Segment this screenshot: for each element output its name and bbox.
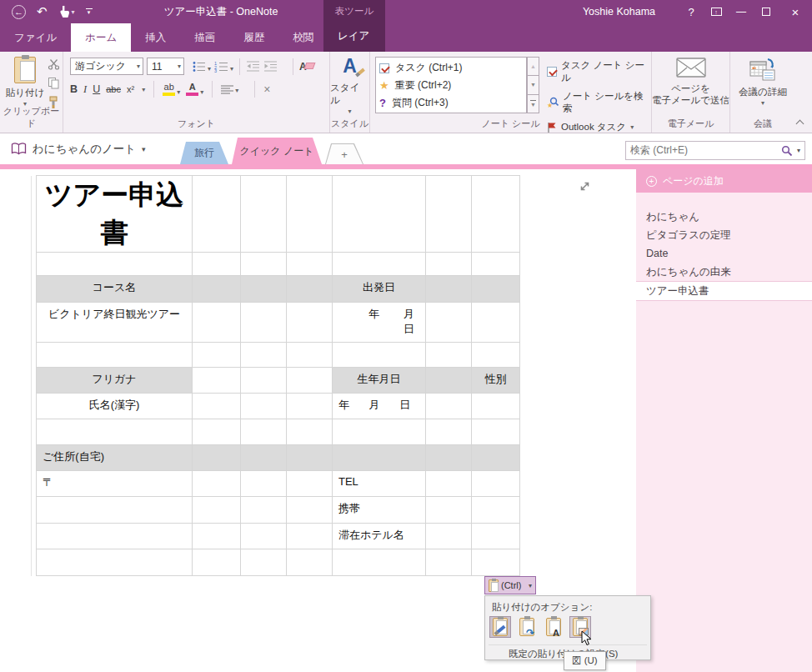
table-cell[interactable] <box>193 471 241 497</box>
tag-item[interactable]: ★重要 (Ctrl+2) <box>379 77 526 94</box>
tab-layout[interactable]: レイアウト <box>323 24 385 53</box>
table-cell[interactable] <box>287 276 333 303</box>
table-cell[interactable] <box>193 368 241 394</box>
table-cell[interactable]: 滞在ホテル名 <box>333 524 426 549</box>
tab-校閲[interactable]: 校閲 <box>278 23 328 52</box>
table-cell[interactable] <box>426 176 472 253</box>
table-cell[interactable]: ご住所(自宅) <box>37 445 193 471</box>
tag-item[interactable]: タスク (Ctrl+1) <box>379 59 526 77</box>
table-cell[interactable] <box>426 303 472 343</box>
search-icon[interactable] <box>781 145 793 157</box>
full-page-view-icon[interactable] <box>579 180 591 193</box>
table-cell[interactable] <box>287 419 333 445</box>
table-cell[interactable] <box>241 303 287 343</box>
minimize-button[interactable]: — <box>729 0 754 23</box>
table-cell[interactable] <box>241 471 287 497</box>
copy-icon[interactable] <box>48 77 60 89</box>
table-cell[interactable] <box>472 303 520 343</box>
decrease-indent-icon[interactable] <box>246 61 260 72</box>
table-cell[interactable] <box>37 524 193 549</box>
search-scope-caret-icon[interactable]: ▾ <box>797 147 800 154</box>
section-tab-quick-notes[interactable]: クイック ノート <box>232 138 322 164</box>
table-cell[interactable] <box>472 176 520 253</box>
search-input[interactable]: 検索 (Ctrl+E) ▾ <box>625 141 805 160</box>
table-cell[interactable] <box>472 445 520 471</box>
table-cell[interactable] <box>193 253 241 276</box>
font-size-select[interactable]: 11▾ <box>147 58 184 75</box>
table-cell[interactable] <box>241 445 287 471</box>
tag-button[interactable]: ★ノート シールを検索 <box>547 90 651 115</box>
ribbon-display-options-button[interactable]: ↑ <box>704 0 729 23</box>
table-cell[interactable] <box>241 549 287 576</box>
table-cell[interactable] <box>426 368 472 394</box>
table-cell[interactable] <box>241 368 287 394</box>
italic-button[interactable]: I <box>83 83 87 96</box>
page-item-わにちゃんの由来[interactable]: わにちゃんの由来 <box>636 263 812 281</box>
page-item-わにちゃん[interactable]: わにちゃん <box>636 208 812 226</box>
table-cell[interactable]: ビクトリア終日観光ツアー <box>37 303 193 343</box>
table-cell[interactable] <box>193 445 241 471</box>
customize-qat-icon[interactable]: ▾ <box>86 8 93 16</box>
paste-keep-source-formatting-button[interactable] <box>489 616 511 638</box>
gallery-down-icon[interactable]: ▼ <box>527 76 539 94</box>
table-cell[interactable] <box>287 253 333 276</box>
table-cell[interactable] <box>426 394 472 419</box>
table-cell[interactable] <box>287 549 333 576</box>
close-button[interactable]: × <box>779 0 812 23</box>
table-cell[interactable] <box>472 549 520 576</box>
table-cell[interactable] <box>287 368 333 394</box>
paragraph-alignment-button[interactable]: ▾ <box>221 85 238 94</box>
table-cell[interactable] <box>472 497 520 524</box>
table-cell[interactable] <box>333 549 426 576</box>
table-cell[interactable] <box>241 497 287 524</box>
table-cell[interactable] <box>287 176 333 253</box>
tab-挿入[interactable]: 挿入 <box>131 23 180 52</box>
table-cell[interactable]: 年月日 <box>333 303 426 343</box>
clear-formatting-icon[interactable]: A <box>299 61 307 73</box>
table-cell[interactable] <box>472 471 520 497</box>
table-cell[interactable] <box>472 394 520 419</box>
table-cell[interactable] <box>287 497 333 524</box>
table-cell[interactable] <box>37 549 193 576</box>
table-cell[interactable] <box>37 419 193 445</box>
underline-button[interactable]: U <box>93 83 100 95</box>
touch-mode-caret-icon[interactable]: ▾ <box>72 8 75 16</box>
tag-item[interactable]: ?質問 (Ctrl+3) <box>379 94 526 112</box>
table-cell[interactable] <box>333 445 426 471</box>
table-cell[interactable] <box>287 394 333 419</box>
page-item-Date[interactable]: Date <box>636 244 812 263</box>
table-cell[interactable] <box>241 419 287 445</box>
page-item-ピタゴラスの定理[interactable]: ピタゴラスの定理 <box>636 226 812 244</box>
tag-button[interactable]: タスク ノート シール <box>547 59 651 84</box>
styles-button[interactable]: A スタイル ▾ <box>330 57 369 115</box>
table-cell[interactable] <box>472 343 520 368</box>
table-cell[interactable] <box>241 524 287 549</box>
table-cell[interactable] <box>241 253 287 276</box>
table-cell[interactable] <box>37 343 193 368</box>
bullets-button[interactable]: ▾ <box>193 61 211 73</box>
table-cell[interactable]: 〒 <box>37 471 193 497</box>
highlight-button[interactable]: ab▾ <box>163 83 180 96</box>
gallery-up-icon[interactable]: ▲ <box>527 57 539 76</box>
table-cell[interactable] <box>333 419 426 445</box>
table-cell[interactable] <box>472 419 520 445</box>
table-cell[interactable] <box>37 253 193 276</box>
paste-merge-formatting-button[interactable]: ↷ <box>516 616 538 638</box>
strikethrough-button[interactable]: abc <box>106 84 121 94</box>
undo-icon[interactable]: ↶ <box>37 4 48 19</box>
signed-in-user[interactable]: Yoshie Kohama <box>583 6 655 18</box>
table-cell[interactable] <box>287 343 333 368</box>
add-page-button[interactable]: + ページの追加 <box>636 169 812 193</box>
help-button[interactable]: ? <box>679 0 704 23</box>
maximize-button[interactable] <box>754 0 779 23</box>
table-cell[interactable] <box>37 497 193 524</box>
meeting-details-button[interactable]: 会議の詳細 ▾ <box>730 57 795 107</box>
table-cell[interactable] <box>193 497 241 524</box>
font-color-button[interactable]: A▾ <box>186 83 203 96</box>
table-cell[interactable]: 性別 <box>472 368 520 394</box>
tab-描画[interactable]: 描画 <box>180 23 229 52</box>
tab-履歴[interactable]: 履歴 <box>229 23 278 52</box>
table-cell[interactable] <box>287 445 333 471</box>
superscript-button[interactable]: x² <box>127 84 134 94</box>
table-cell[interactable] <box>426 419 472 445</box>
